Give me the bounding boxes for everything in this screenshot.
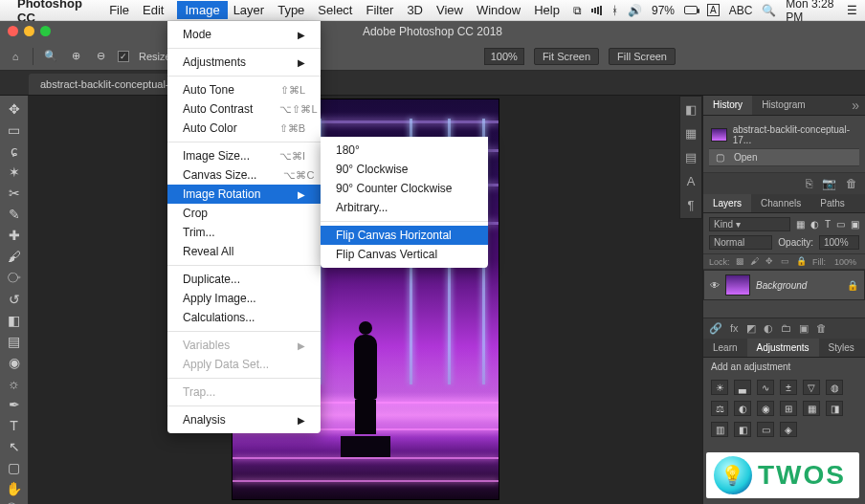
crop-tool-icon[interactable]: ✂ <box>4 186 25 201</box>
menu-window[interactable]: Window <box>477 3 521 17</box>
healing-brush-tool-icon[interactable]: ✚ <box>4 228 25 243</box>
adj-hue-icon[interactable]: ◍ <box>826 380 843 395</box>
dock-color-icon[interactable]: ◧ <box>685 102 697 117</box>
new-document-from-state-icon[interactable]: ⎘ <box>806 177 812 190</box>
menu-item[interactable]: Crop <box>167 204 321 223</box>
pen-tool-icon[interactable]: ✒ <box>4 397 25 412</box>
blend-mode-dropdown[interactable]: Normal <box>709 235 772 250</box>
history-state-row[interactable]: ▢ Open <box>709 149 859 166</box>
submenu-item[interactable]: Flip Canvas Horizontal <box>321 226 488 245</box>
menu-select[interactable]: Select <box>318 3 352 17</box>
menu-item[interactable]: Analysis▶ <box>167 410 321 429</box>
dropbox-icon[interactable]: ⧉ <box>573 4 582 17</box>
menu-item[interactable]: Calculations... <box>167 308 321 327</box>
submenu-item[interactable]: Flip Canvas Vertical <box>321 245 488 264</box>
menu-file[interactable]: File <box>109 3 129 17</box>
tab-history[interactable]: History <box>703 96 752 115</box>
tab-learn[interactable]: Learn <box>703 339 747 357</box>
adj-gradient-map-icon[interactable]: ▭ <box>757 422 774 437</box>
menu-item[interactable]: Auto Tone⇧⌘L <box>167 80 321 99</box>
menu-layer[interactable]: Layer <box>233 3 265 17</box>
history-brush-tool-icon[interactable]: ↺ <box>4 292 25 307</box>
wifi-icon[interactable] <box>591 6 602 15</box>
layer-name[interactable]: Background <box>756 280 807 291</box>
tab-adjustments[interactable]: Adjustments <box>747 339 819 357</box>
layer-style-icon[interactable]: fx <box>730 322 739 335</box>
layer-filter-type-icon[interactable]: T <box>825 219 831 230</box>
new-layer-icon[interactable]: ▣ <box>799 322 809 335</box>
tab-layers[interactable]: Layers <box>703 194 751 212</box>
adj-levels-icon[interactable]: ▃ <box>734 380 751 395</box>
adj-invert-icon[interactable]: ◨ <box>826 401 843 416</box>
opacity-input[interactable]: 100% <box>819 235 859 250</box>
tab-styles[interactable]: Styles <box>819 339 864 357</box>
marquee-tool-icon[interactable]: ▭ <box>4 122 25 138</box>
menu-edit[interactable]: Edit <box>143 3 164 17</box>
menu-item[interactable]: Trim... <box>167 223 321 242</box>
menu-item[interactable]: Auto Color⇧⌘B <box>167 119 321 138</box>
adj-posterize-icon[interactable]: ▥ <box>711 422 728 437</box>
adj-exposure-icon[interactable]: ± <box>780 380 797 395</box>
link-layers-icon[interactable]: 🔗 <box>709 322 722 335</box>
menu-3d[interactable]: 3D <box>407 3 423 17</box>
zoom-tool-icon[interactable]: 🔍 <box>43 49 58 64</box>
brush-tool-icon[interactable]: 🖌 <box>4 249 25 264</box>
menu-item[interactable]: Reveal All <box>167 242 321 261</box>
layer-lock-icon[interactable]: 🔒 <box>847 280 858 291</box>
layer-row-background[interactable]: 👁 Background 🔒 <box>703 270 865 300</box>
adjustment-layer-icon[interactable]: ◐ <box>764 322 773 335</box>
audio-icon[interactable]: 🔊 <box>628 4 642 17</box>
lock-position-icon[interactable]: ✥ <box>765 256 775 267</box>
clone-stamp-tool-icon[interactable]: ⧂ <box>4 270 25 286</box>
delete-state-icon[interactable]: 🗑 <box>846 177 857 190</box>
adj-curves-icon[interactable]: ∿ <box>757 380 774 395</box>
submenu-item[interactable]: 90° Counter Clockwise <box>321 179 488 198</box>
notification-center-icon[interactable]: ☰ <box>847 4 857 17</box>
adj-channel-mixer-icon[interactable]: ⊞ <box>780 401 797 416</box>
zoom-in-icon[interactable]: ⊕ <box>68 49 83 64</box>
dock-character-icon[interactable]: A <box>687 174 696 188</box>
hand-tool-icon[interactable]: ✋ <box>4 481 25 496</box>
lock-pixels-icon[interactable]: 🖌 <box>750 256 760 267</box>
user-name[interactable]: ABC <box>729 4 753 17</box>
layer-filter-kind-dropdown[interactable]: Kind ▾ <box>709 217 790 231</box>
menubar-clock[interactable]: Mon 3:28 PM <box>786 0 837 24</box>
magic-wand-tool-icon[interactable]: ✶ <box>4 164 25 180</box>
layer-mask-icon[interactable]: ◩ <box>746 322 756 335</box>
window-minimize-button[interactable] <box>24 26 34 36</box>
dock-swatches-icon[interactable]: ▦ <box>685 126 697 141</box>
menu-image[interactable]: Image <box>177 1 227 19</box>
menu-item[interactable]: Image Rotation▶ <box>167 185 321 204</box>
tab-histogram[interactable]: Histogram <box>752 96 815 115</box>
layer-visibility-icon[interactable]: 👁 <box>710 280 720 291</box>
adj-selective-color-icon[interactable]: ◈ <box>780 422 797 437</box>
submenu-item[interactable]: 90° Clockwise <box>321 160 488 179</box>
adj-color-lookup-icon[interactable]: ▦ <box>803 401 820 416</box>
rectangle-tool-icon[interactable]: ▢ <box>4 460 25 475</box>
new-snapshot-icon[interactable]: 📷 <box>822 177 836 190</box>
lock-artboard-icon[interactable]: ▭ <box>781 256 790 267</box>
move-tool-icon[interactable]: ✥ <box>4 101 25 117</box>
submenu-item[interactable]: Arbitrary... <box>321 198 488 217</box>
eraser-tool-icon[interactable]: ◧ <box>4 313 25 328</box>
lock-all-icon[interactable]: 🔒 <box>796 256 807 267</box>
input-source-indicator[interactable]: A <box>707 4 720 16</box>
menu-item[interactable]: Duplicate... <box>167 270 321 289</box>
spotlight-icon[interactable]: 🔍 <box>762 4 776 17</box>
adj-brightness-icon[interactable]: ☀ <box>711 380 728 395</box>
adj-threshold-icon[interactable]: ◧ <box>734 422 751 437</box>
gradient-tool-icon[interactable]: ▤ <box>4 334 25 349</box>
menu-view[interactable]: View <box>436 3 463 17</box>
layer-filter-shape-icon[interactable]: ▭ <box>836 219 845 230</box>
lasso-tool-icon[interactable]: ɕ <box>4 143 25 159</box>
bluetooth-icon[interactable]: ᚼ <box>611 4 618 17</box>
fill-input[interactable]: 100% <box>832 257 859 267</box>
adj-vibrance-icon[interactable]: ▽ <box>803 380 820 395</box>
type-tool-icon[interactable]: T <box>4 418 25 433</box>
menu-item[interactable]: Image Size...⌥⌘I <box>167 146 321 165</box>
eyedropper-tool-icon[interactable]: ✎ <box>4 207 25 222</box>
resize-windows-checkbox[interactable]: ✓ <box>118 51 129 62</box>
zoom-out-icon[interactable]: ⊖ <box>93 49 108 64</box>
home-icon[interactable]: ⌂ <box>8 49 23 64</box>
new-group-icon[interactable]: 🗀 <box>781 322 791 335</box>
